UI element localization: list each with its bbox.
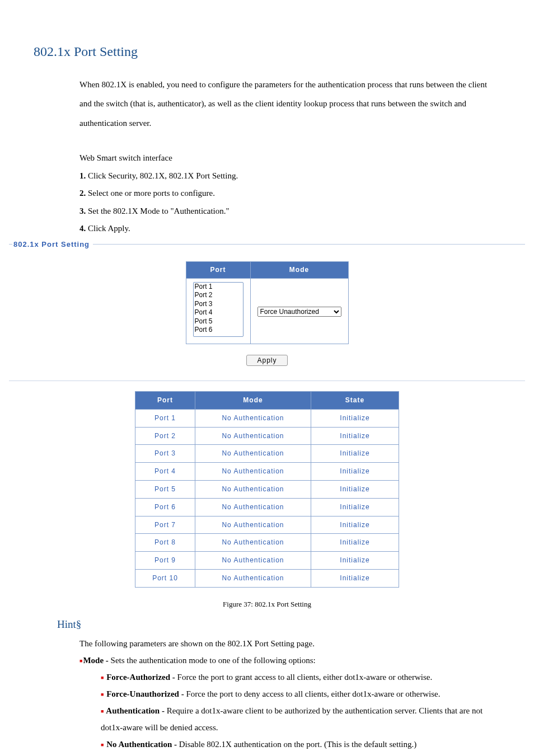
bullet-icon: ■ <box>101 708 104 714</box>
divider <box>9 381 525 381</box>
table-row: Port 1No AuthenticationInitialize <box>135 409 399 427</box>
instruction-step: 3. Set the 802.1X Mode to "Authenticatio… <box>79 203 500 220</box>
hint-option: ■ Authentication - Require a dot1x-aware… <box>79 702 500 736</box>
figure-caption: Figure 37: 802.1x Port Setting <box>34 598 500 612</box>
status-header-port: Port <box>135 391 195 409</box>
status-header-mode: Mode <box>195 391 311 409</box>
bullet-icon: ■ <box>101 675 104 680</box>
cell-state: Initialize <box>311 409 399 427</box>
config-header-mode: Mode <box>250 262 348 279</box>
cell-mode: No Authentication <box>195 534 311 552</box>
cell-mode: No Authentication <box>195 427 311 445</box>
table-row: Port 10No AuthenticationInitialize <box>135 569 399 587</box>
instruction-step: 4. Click Apply. <box>79 220 500 238</box>
cell-port: Port 7 <box>135 516 195 534</box>
intro-text: When 802.1X is enabled, you need to conf… <box>79 80 487 128</box>
cell-mode: No Authentication <box>195 498 311 516</box>
cell-port: Port 4 <box>135 463 195 481</box>
port-option[interactable]: Port 1 <box>194 283 243 291</box>
bullet-icon: ■ <box>79 658 82 664</box>
table-row: Port 9No AuthenticationInitialize <box>135 552 399 570</box>
cell-state: Initialize <box>311 534 399 552</box>
panel-legend: 802.1x Port Setting <box>12 238 93 252</box>
port-option[interactable]: Port 2 <box>194 291 243 299</box>
cell-state: Initialize <box>311 498 399 516</box>
port-option[interactable]: Port 3 <box>194 300 243 308</box>
port-option[interactable]: Port 5 <box>194 317 243 326</box>
table-row: Port 4No AuthenticationInitialize <box>135 463 399 481</box>
config-header-port: Port <box>186 262 250 279</box>
hint-state-line: ■State - Show the current status of the … <box>79 753 500 756</box>
table-row: Port 8No AuthenticationInitialize <box>135 534 399 552</box>
port-setting-panel: 802.1x Port Setting Port Mode Port 1Port… <box>9 238 525 588</box>
cell-mode: No Authentication <box>195 552 311 570</box>
cell-state: Initialize <box>311 569 399 587</box>
port-option[interactable]: Port 6 <box>194 326 243 334</box>
hint-intro: The following parameters are shown on th… <box>79 635 500 652</box>
apply-button[interactable]: Apply <box>246 355 287 366</box>
cell-port: Port 9 <box>135 552 195 570</box>
cell-port: Port 2 <box>135 427 195 445</box>
instruction-step: 2. Select one or more ports to configure… <box>79 185 500 203</box>
cell-port: Port 1 <box>135 409 195 427</box>
page-title: 802.1x Port Setting <box>34 39 500 65</box>
cell-port: Port 3 <box>135 445 195 463</box>
port-select[interactable]: Port 1Port 2Port 3Port 4Port 5Port 6 <box>193 282 243 337</box>
cell-mode: No Authentication <box>195 445 311 463</box>
cell-port: Port 6 <box>135 498 195 516</box>
cell-mode: No Authentication <box>195 463 311 481</box>
table-row: Port 6No AuthenticationInitialize <box>135 498 399 516</box>
cell-mode: No Authentication <box>195 409 311 427</box>
mode-select[interactable]: Force Unauthorized <box>257 307 341 317</box>
table-row: Port 2No AuthenticationInitialize <box>135 427 399 445</box>
hint-option: ■ No Authentication - Disable 802.1X aut… <box>79 736 500 753</box>
instruction-step: 1. Click Security, 802.1X, 802.1X Port S… <box>79 167 500 185</box>
config-table: Port Mode Port 1Port 2Port 3Port 4Port 5… <box>186 261 349 344</box>
hint-mode-text: Sets the authentication mode to one of t… <box>111 656 316 665</box>
cell-state: Initialize <box>311 552 399 570</box>
cell-state: Initialize <box>311 427 399 445</box>
cell-state: Initialize <box>311 516 399 534</box>
status-table: Port Mode State Port 1No AuthenticationI… <box>135 391 399 588</box>
hint-mode-label: Mode - <box>83 656 110 665</box>
interface-label: Web Smart switch interface <box>79 149 500 167</box>
status-header-state: State <box>311 391 399 409</box>
bullet-icon: ■ <box>101 692 104 697</box>
hint-option: ■ Force-Unauthorized - Force the port to… <box>79 685 500 702</box>
cell-state: Initialize <box>311 445 399 463</box>
cell-state: Initialize <box>311 480 399 498</box>
table-row: Port 5No AuthenticationInitialize <box>135 480 399 498</box>
cell-state: Initialize <box>311 463 399 481</box>
cell-port: Port 5 <box>135 480 195 498</box>
port-option[interactable]: Port 4 <box>194 308 243 317</box>
cell-mode: No Authentication <box>195 516 311 534</box>
hint-title: Hint§ <box>57 614 500 635</box>
table-row: Port 3No AuthenticationInitialize <box>135 445 399 463</box>
hint-mode-line: ■Mode - Sets the authentication mode to … <box>79 652 500 669</box>
hint-option: ■ Force-Authorized - Force the port to g… <box>79 669 500 685</box>
cell-mode: No Authentication <box>195 569 311 587</box>
cell-mode: No Authentication <box>195 480 311 498</box>
cell-port: Port 10 <box>135 569 195 587</box>
cell-port: Port 8 <box>135 534 195 552</box>
bullet-icon: ■ <box>101 742 104 748</box>
table-row: Port 7No AuthenticationInitialize <box>135 516 399 534</box>
